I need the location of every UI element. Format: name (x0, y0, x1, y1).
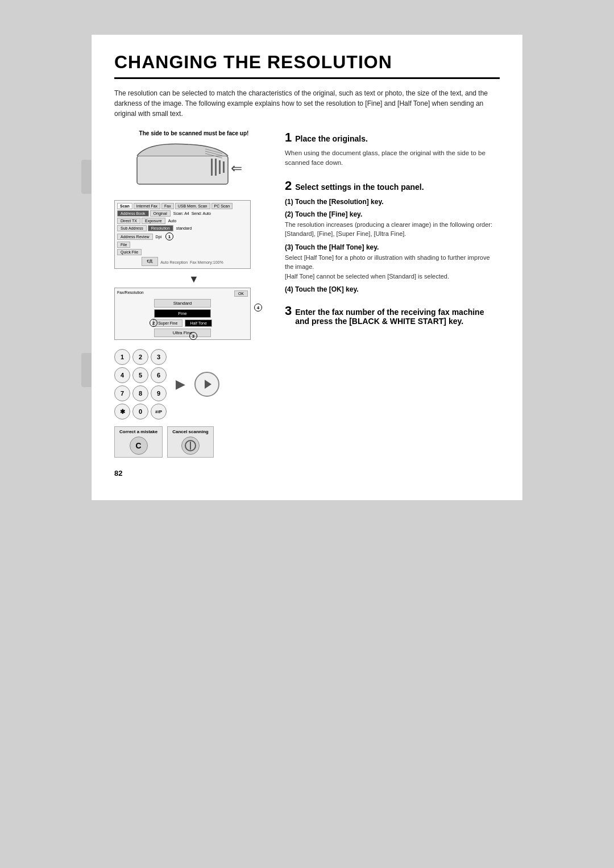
panel-row-4: Address Review Dpi 1 (117, 232, 248, 240)
right-column: 1 Place the originals. When using the do… (285, 130, 500, 458)
step1-heading: 1 Place the originals. (285, 130, 500, 145)
step1-desc: When using the document glass, place the… (285, 148, 500, 168)
start-button[interactable] (194, 372, 219, 397)
key-hash[interactable]: #/P (151, 404, 167, 420)
start-icon (200, 377, 214, 391)
page-title: CHANGING THE RESOLUTION (114, 52, 500, 79)
svg-rect-7 (219, 160, 221, 174)
key-5[interactable]: 5 (132, 367, 148, 383)
cancel-scanning-symbol (181, 437, 200, 455)
key-9[interactable]: 9 (151, 385, 167, 401)
tab-pc[interactable]: PC Scan (211, 203, 233, 209)
tab-scan[interactable]: Scan (117, 203, 132, 209)
step2-number: 2 (285, 178, 292, 193)
svg-rect-6 (215, 159, 217, 176)
key-0[interactable]: 0 (132, 404, 148, 420)
key-1[interactable]: 1 (114, 349, 130, 365)
panel-row-2: Direct TX Exposure Auto (117, 218, 248, 224)
direct-tx-btn[interactable]: Direct TX (117, 218, 140, 224)
sub-address-btn[interactable]: Sub Address (117, 225, 147, 231)
panel-screen: Scan Internet Fax Fax USB Mem. Scan PC S… (114, 200, 251, 269)
ultra-fine-btn[interactable]: Ultra Fine (154, 329, 211, 337)
address-book-btn[interactable]: Address Book (117, 210, 149, 217)
correct-mistake-btn[interactable]: Correct a mistake C (114, 426, 163, 458)
sub-desc-3: Select [Half Tone] for a photo or illust… (285, 253, 500, 281)
sidebar-marker-1 (81, 160, 92, 194)
dpi-label: Dpi (154, 234, 164, 239)
scanner-label: The side to be scanned must be face up! (114, 130, 273, 136)
key-star[interactable]: ✱ (114, 404, 130, 420)
key-6[interactable]: 6 (151, 367, 167, 383)
page-container: CHANGING THE RESOLUTION The resolution c… (91, 34, 523, 501)
res-screen-wrapper: Fax/Resolution OK Standard Fine Super Fi… (114, 288, 251, 340)
circle-num-1: 1 (165, 232, 173, 240)
content-area: The side to be scanned must be face up! … (114, 130, 500, 458)
arrow-right: ▶ (176, 377, 185, 392)
fax-icon: €真 (142, 257, 158, 266)
quick-file-btn[interactable]: Quick File (117, 249, 142, 255)
action-buttons-area: Correct a mistake C Cancel scanning (114, 426, 273, 458)
panel-status: Auto Reception Fax Memory:100% (160, 260, 223, 264)
key-7[interactable]: 7 (114, 385, 130, 401)
svg-text:⇐: ⇐ (231, 160, 242, 176)
panel-wrapper: Scan Internet Fax Fax USB Mem. Scan PC S… (114, 200, 251, 269)
tab-fax[interactable]: Fax (161, 203, 174, 209)
res-title: Fax/Resolution (117, 290, 144, 297)
circle-1-container: 1 (164, 232, 173, 240)
step1-illustration: The side to be scanned must be face up! … (114, 130, 273, 190)
svg-rect-8 (223, 161, 225, 173)
exposure-btn[interactable]: Exposure (142, 218, 165, 224)
circle-num-2: 2 (150, 319, 157, 327)
correct-mistake-symbol: C (130, 437, 148, 455)
step2-heading: 2 Select settings in the touch panel. (285, 178, 500, 193)
step1-title: Place the originals. (295, 134, 368, 143)
sidebar-marker-2 (81, 353, 92, 387)
res-options: Standard Fine Super Fine Half Tone Ultra… (117, 299, 248, 337)
fine-res-btn[interactable]: Fine (154, 309, 211, 318)
cancel-icon (184, 439, 197, 452)
scanner-svg: ⇐ (131, 139, 256, 190)
standard-label: standard (175, 226, 193, 231)
intro-text: The resolution can be selected to match … (114, 88, 500, 119)
key-3[interactable]: 3 (151, 349, 167, 365)
tab-usb[interactable]: USB Mem. Scan (175, 203, 210, 209)
half-tone-btn[interactable]: Half Tone (185, 319, 211, 327)
svg-rect-0 (137, 156, 228, 184)
step1-number: 1 (285, 130, 292, 145)
res-screen: Fax/Resolution OK Standard Fine Super Fi… (114, 288, 251, 340)
step1-block: 1 Place the originals. When using the do… (285, 130, 500, 168)
keypad: 1 2 3 4 5 6 7 8 9 ✱ 0 #/P (114, 349, 167, 420)
panel-bottom: €真 Auto Reception Fax Memory:100% (117, 257, 248, 266)
scan-label: Scan: A4 Send: Auto (172, 211, 213, 216)
circle-num-3: 3 (189, 332, 197, 340)
original-btn[interactable]: Original (150, 210, 171, 217)
key-2[interactable]: 2 (132, 349, 148, 365)
step2-block: 2 Select settings in the touch panel. (1… (285, 178, 500, 294)
key-4[interactable]: 4 (114, 367, 130, 383)
page-number: 82 (114, 469, 500, 477)
svg-marker-9 (205, 380, 211, 389)
sub-step-4: (4) Touch the [OK] key. (285, 285, 500, 293)
tab-internet-fax[interactable]: Internet Fax (134, 203, 160, 209)
resolution-btn[interactable]: Resolution (148, 225, 173, 231)
panel-row-6: Quick File (117, 249, 248, 255)
res-top: Fax/Resolution OK (117, 290, 248, 297)
file-btn[interactable]: File (117, 242, 130, 248)
circle-num-4: 4 (254, 304, 262, 312)
sub-step-2: (2) Touch the [Fine] key. (285, 210, 500, 218)
key-8[interactable]: 8 (132, 385, 148, 401)
cancel-scanning-btn[interactable]: Cancel scanning (167, 426, 214, 458)
step3-block: 3 Enter the fax number of the receiving … (285, 304, 500, 326)
res-bottom-row: Super Fine Half Tone (153, 319, 212, 327)
step2-title: Select settings in the touch panel. (295, 182, 424, 192)
left-column: The side to be scanned must be face up! … (114, 130, 273, 458)
auto-label: Auto (167, 218, 178, 223)
standard-res-btn[interactable]: Standard (154, 299, 211, 308)
panel-row-3: Sub Address Resolution standard (117, 225, 248, 231)
step3-heading: 3 Enter the fax number of the receiving … (285, 304, 500, 326)
res-ok-btn[interactable]: OK (234, 290, 248, 297)
arrow-down: ▼ (114, 273, 273, 285)
keypad-area: 1 2 3 4 5 6 7 8 9 ✱ 0 #/P ▶ (114, 349, 273, 420)
address-review-btn[interactable]: Address Review (117, 234, 153, 240)
step3-title: Enter the fax number of the receiving fa… (295, 308, 500, 326)
